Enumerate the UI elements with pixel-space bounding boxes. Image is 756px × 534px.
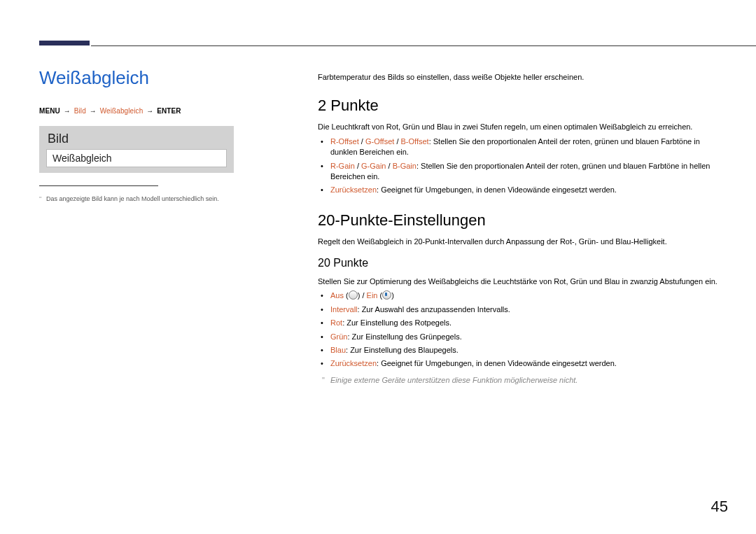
list-20punkte: Aus () / Ein () Intervall: Zur Auswahl d… bbox=[318, 290, 728, 369]
list-item: Rot: Zur Einstellung des Rotpegels. bbox=[329, 318, 728, 328]
breadcrumb-bild: Bild bbox=[74, 107, 86, 115]
breadcrumb-enter: ENTER bbox=[157, 107, 181, 115]
label-rot: Rot bbox=[330, 318, 342, 327]
page-tab-accent bbox=[39, 41, 90, 45]
text-gruen: : Zur Einstellung des Grünpegels. bbox=[347, 332, 461, 341]
arrow-icon: → bbox=[62, 107, 72, 115]
right-column: Farbtemperatur des Bilds so einstellen, … bbox=[318, 73, 728, 386]
text-reset20: : Geeignet für Umgebungen, in denen Vide… bbox=[377, 359, 617, 367]
text-reset: : Geeignet für Umgebungen, in denen Vide… bbox=[377, 185, 617, 194]
left-divider bbox=[39, 185, 158, 186]
label-aus: Aus bbox=[330, 291, 344, 300]
arrow-icon: → bbox=[88, 107, 98, 115]
text-rot: : Zur Einstellung des Rotpegels. bbox=[342, 318, 451, 327]
list-2punkte: R-Offset / G-Offset / B-Offset: Stellen … bbox=[318, 136, 728, 196]
label-reset20: Zurücksetzen bbox=[330, 359, 377, 367]
intro-text: Farbtemperatur des Bilds so einstellen, … bbox=[318, 73, 728, 81]
body-2punkte: Die Leuchtkraft von Rot, Grün und Blau i… bbox=[318, 122, 728, 132]
breadcrumb-menu: MENU bbox=[39, 107, 60, 115]
label-g-offset: G-Offset bbox=[365, 137, 394, 146]
heading-2punkte: 2 Punkte bbox=[318, 97, 728, 115]
note-20punkte: Einige externe Geräte unterstützen diese… bbox=[318, 375, 728, 386]
label-ein: Ein bbox=[367, 291, 378, 300]
list-item: R-Gain / G-Gain / B-Gain: Stellen Sie de… bbox=[329, 161, 728, 183]
heading-20punkte-settings: 20-Punkte-Einstellungen bbox=[318, 211, 728, 230]
label-r-offset: R-Offset bbox=[330, 137, 359, 146]
list-item: Zurücksetzen: Geeignet für Umgebungen, i… bbox=[329, 185, 728, 195]
label-blau: Blau bbox=[330, 346, 346, 354]
label-reset: Zurücksetzen bbox=[330, 185, 377, 194]
list-item: Intervall: Zur Auswahl des anzupassenden… bbox=[329, 304, 728, 315]
toggle-off-icon bbox=[349, 290, 358, 300]
list-item: Aus () / Ein () bbox=[329, 290, 728, 301]
menu-mock-item: Weißabgleich bbox=[46, 149, 227, 167]
left-column: Weißabgleich MENU → Bild → Weißabgleich … bbox=[39, 67, 235, 204]
label-b-offset: B-Offset bbox=[401, 137, 429, 146]
label-r-gain: R-Gain bbox=[330, 162, 355, 170]
list-item: R-Offset / G-Offset / B-Offset: Stellen … bbox=[329, 136, 728, 158]
page-number: 45 bbox=[711, 498, 728, 516]
list-item: Blau: Zur Einstellung des Blaupegels. bbox=[329, 345, 728, 356]
menu-mock-panel: Bild Weißabgleich bbox=[39, 126, 234, 173]
arrow-icon: → bbox=[145, 107, 155, 115]
body-20punkte-settings: Regelt den Weißabgleich in 20-Punkt-Inte… bbox=[318, 237, 728, 247]
toggle-on-icon bbox=[382, 290, 391, 300]
text-gain: : Stellen Sie den proportionalen Anteil … bbox=[330, 162, 710, 181]
text-intervall: : Zur Auswahl des anzupassenden Interval… bbox=[358, 305, 510, 314]
label-b-gain: B-Gain bbox=[393, 162, 416, 170]
text-blau: : Zur Einstellung des Blaupegels. bbox=[346, 346, 458, 354]
top-rule bbox=[91, 45, 756, 46]
menu-mock-title: Bild bbox=[46, 130, 227, 149]
list-item: Grün: Zur Einstellung des Grünpegels. bbox=[329, 332, 728, 342]
label-gruen: Grün bbox=[330, 332, 347, 341]
breadcrumb: MENU → Bild → Weißabgleich → ENTER bbox=[39, 107, 235, 115]
subheading-20punkte: 20 Punkte bbox=[318, 257, 728, 269]
section-title: Weißabgleich bbox=[39, 67, 235, 89]
breadcrumb-weissabgleich: Weißabgleich bbox=[100, 107, 144, 115]
label-intervall: Intervall bbox=[330, 305, 358, 314]
label-g-gain: G-Gain bbox=[361, 162, 386, 170]
body-20punkte: Stellen Sie zur Optimierung des Weißabgl… bbox=[318, 276, 728, 287]
list-item: Zurücksetzen: Geeignet für Umgebungen, i… bbox=[329, 358, 728, 369]
left-note: Das angezeigte Bild kann je nach Modell … bbox=[39, 195, 235, 204]
